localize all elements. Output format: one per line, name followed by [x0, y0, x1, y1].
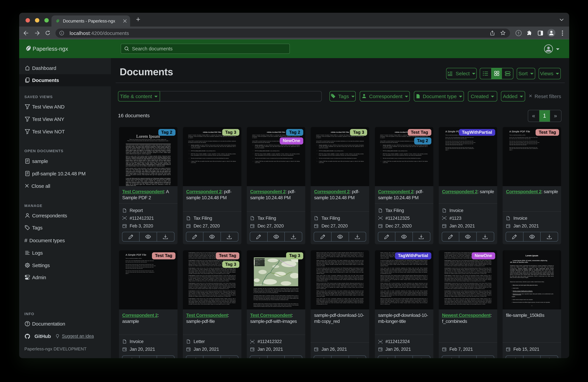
svg-text:Boundary Waters Trip: Boundary Waters Trip — [255, 259, 265, 260]
svg-text:□ Day 3 □ Day 4: □ Day 3 □ Day 4 — [255, 264, 260, 264]
svg-text:Google Earth: Google Earth — [255, 284, 262, 285]
svg-text:for trip in BWCA: for trip in BWCA — [255, 260, 260, 261]
svg-text:□ Day 5: □ Day 5 — [255, 265, 258, 266]
svg-text:□ Day 1 □ Day 2: □ Day 1 □ Day 2 — [255, 263, 260, 263]
svg-text:Legend: Legend — [255, 262, 258, 262]
